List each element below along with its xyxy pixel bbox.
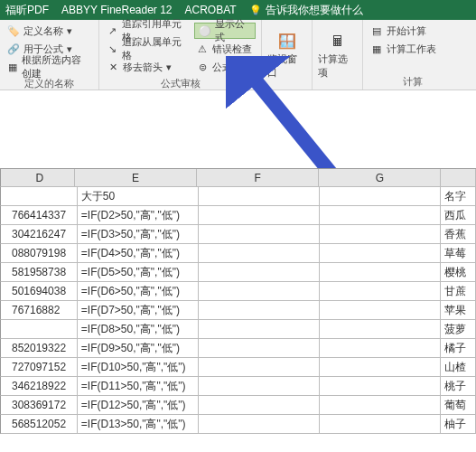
cell-F[interactable] — [199, 358, 320, 377]
cell-G[interactable] — [320, 263, 441, 282]
tell-me-search[interactable]: 告诉我你想要做什么 — [249, 3, 363, 18]
cell-D[interactable]: 088079198 — [8, 244, 78, 263]
table-row: 大于50名字 — [0, 187, 476, 206]
show-formulas-button[interactable]: ⚪ 显示公式 — [194, 23, 256, 39]
cell-G[interactable] — [320, 339, 441, 358]
row-gutter — [0, 263, 8, 282]
cell-F[interactable] — [199, 187, 320, 206]
evaluate-formula-button[interactable]: ⊜ 公式求值 — [194, 59, 256, 75]
cell-G[interactable] — [320, 320, 441, 339]
cell-H[interactable]: 桃子 — [441, 377, 476, 396]
calc-sheet-button[interactable]: ▦ 计算工作表 — [369, 41, 438, 57]
cell-H[interactable]: 苹果 — [441, 301, 476, 320]
cell-F[interactable] — [199, 339, 320, 358]
cell-E[interactable]: =IF(D3>50,"高","低") — [78, 225, 199, 244]
cell-G[interactable] — [320, 282, 441, 301]
remove-arrows-button[interactable]: ✕ 移去箭头 ▾ — [105, 59, 189, 75]
col-header-H[interactable] — [441, 169, 476, 187]
cell-E[interactable]: =IF(D10>50,"高","低") — [78, 358, 199, 377]
cell-H[interactable]: 葡萄 — [441, 396, 476, 415]
cell-E[interactable]: =IF(D7>50,"高","低") — [78, 301, 199, 320]
grid-icon: ▦ — [7, 61, 18, 73]
cell-D[interactable]: 304216247 — [8, 225, 78, 244]
calc-now-button[interactable]: ▤ 开始计算 — [369, 23, 438, 39]
cell-F[interactable] — [199, 244, 320, 263]
cell-H[interactable]: 西瓜 — [441, 206, 476, 225]
cell-H[interactable]: 草莓 — [441, 244, 476, 263]
cell-G[interactable] — [320, 358, 441, 377]
cell-F[interactable] — [199, 415, 320, 434]
cell-E[interactable]: 大于50 — [78, 187, 199, 206]
col-header-F[interactable]: F — [197, 169, 319, 187]
cell-D[interactable]: 308369172 — [8, 396, 78, 415]
tab-acrobat[interactable]: ACROBAT — [185, 4, 237, 16]
cell-F[interactable] — [199, 282, 320, 301]
cell-F[interactable] — [199, 206, 320, 225]
cell-D[interactable] — [8, 187, 78, 206]
group-title-watch — [267, 87, 306, 89]
col-header-G[interactable]: G — [319, 169, 441, 187]
cell-G[interactable] — [320, 244, 441, 263]
row-gutter — [0, 358, 8, 377]
cell-G[interactable] — [320, 225, 441, 244]
watch-window-button[interactable]: 🪟 监视窗口 — [267, 23, 306, 87]
trace-dependents-button[interactable]: ↘ 追踪从属单元格 — [105, 41, 189, 57]
worksheet[interactable]: D E F G 大于50名字766414337=IF(D2>50,"高","低"… — [0, 90, 476, 434]
col-header-E[interactable]: E — [75, 169, 197, 187]
define-name-button[interactable]: 🏷️ 定义名称 ▾ — [5, 23, 93, 39]
cell-E[interactable]: =IF(D11>50,"高","低") — [78, 377, 199, 396]
cell-E[interactable]: =IF(D6>50,"高","低") — [78, 282, 199, 301]
calc-options-button[interactable]: 🖩 计算选项 — [318, 23, 357, 87]
cell-F[interactable] — [199, 377, 320, 396]
cell-G[interactable] — [320, 396, 441, 415]
table-row: 308369172=IF(D12>50,"高","低")葡萄 — [0, 396, 476, 415]
group-calculation: ▤ 开始计算 ▦ 计算工作表 计算 — [363, 20, 462, 89]
cell-D[interactable] — [8, 320, 78, 339]
create-from-selection-button[interactable]: ▦ 根据所选内容创建 — [5, 59, 93, 75]
cell-D[interactable]: 346218922 — [8, 377, 78, 396]
cell-D[interactable]: 501694038 — [8, 282, 78, 301]
cell-E[interactable]: =IF(D2>50,"高","低") — [78, 206, 199, 225]
cell-G[interactable] — [320, 301, 441, 320]
cell-H[interactable]: 香蕉 — [441, 225, 476, 244]
cell-H[interactable]: 橘子 — [441, 339, 476, 358]
column-headers: D E F G — [0, 168, 476, 187]
cell-E[interactable]: =IF(D13>50,"高","低") — [78, 415, 199, 434]
cell-D[interactable]: 568512052 — [8, 415, 78, 434]
cell-E[interactable]: =IF(D5>50,"高","低") — [78, 263, 199, 282]
cell-H[interactable]: 樱桃 — [441, 263, 476, 282]
cell-E[interactable]: =IF(D4>50,"高","低") — [78, 244, 199, 263]
cell-F[interactable] — [199, 301, 320, 320]
cell-G[interactable] — [320, 415, 441, 434]
cell-D[interactable]: 581958738 — [8, 263, 78, 282]
tab-abbyy[interactable]: ABBYY FineReader 12 — [61, 4, 173, 16]
cell-D[interactable]: 852019322 — [8, 339, 78, 358]
cell-H[interactable]: 菠萝 — [441, 320, 476, 339]
tab-foxit[interactable]: 福昕PDF — [5, 3, 49, 18]
cell-D[interactable]: 766414337 — [8, 206, 78, 225]
cell-E[interactable]: =IF(D9>50,"高","低") — [78, 339, 199, 358]
trace-dep-icon: ↘ — [107, 42, 118, 55]
table-row: 568512052=IF(D13>50,"高","低")柚子 — [0, 415, 476, 434]
cell-D[interactable]: 76716882 — [8, 301, 78, 320]
cell-G[interactable] — [320, 377, 441, 396]
cell-F[interactable] — [199, 320, 320, 339]
cell-H[interactable]: 山楂 — [441, 358, 476, 377]
cell-G[interactable] — [320, 206, 441, 225]
cell-G[interactable] — [320, 187, 441, 206]
calc-now-icon: ▤ — [370, 24, 383, 37]
cell-H[interactable]: 柚子 — [441, 415, 476, 434]
cell-F[interactable] — [199, 263, 320, 282]
cell-H[interactable]: 甘蔗 — [441, 282, 476, 301]
cell-F[interactable] — [199, 396, 320, 415]
col-header-D[interactable]: D — [5, 169, 75, 187]
cell-H[interactable]: 名字 — [441, 187, 476, 206]
row-gutter — [0, 206, 8, 225]
table-row: 501694038=IF(D6>50,"高","低")甘蔗 — [0, 282, 476, 301]
cell-D[interactable]: 727097152 — [8, 358, 78, 377]
cell-E[interactable]: =IF(D8>50,"高","低") — [78, 320, 199, 339]
cell-F[interactable] — [199, 225, 320, 244]
group-defined-names: 🏷️ 定义名称 ▾ 🔗 用于公式 ▾ ▦ 根据所选内容创建 定义的名称 — [0, 20, 99, 89]
error-checking-button[interactable]: ⚠ 错误检查 — [194, 41, 256, 57]
cell-E[interactable]: =IF(D12>50,"高","低") — [78, 396, 199, 415]
